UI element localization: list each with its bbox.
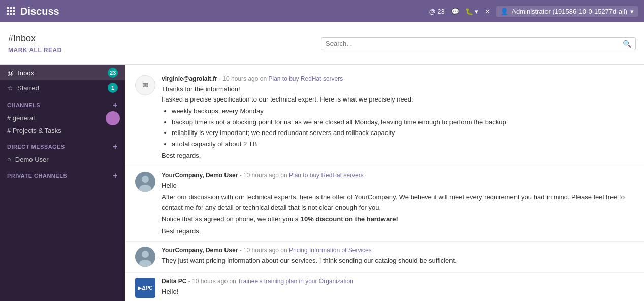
general-channel-label: # general [7,114,118,122]
svg-rect-4 [10,10,12,12]
star-icon: ☆ [7,84,13,92]
demo-user-label: Demo User [15,156,118,163]
dm-user-icon: ○ [7,156,11,163]
sidebar: @ Inbox 23 ☆ Starred 1 CHANNELS + # gene… [0,65,125,301]
message-body-1: virginie@agrolait.fr - 10 hours ago on P… [162,75,634,161]
projects-tasks-label: # Projects & Tasks [7,127,118,135]
close-icon[interactable]: ✕ [485,8,490,15]
search-bar: 🔍 [321,37,636,50]
channel-link-4[interactable]: Trainee's training plan in your Organiza… [238,278,353,285]
svg-rect-8 [13,13,15,15]
content-area: ✉ virginie@agrolait.fr - 10 hours ago on… [125,65,644,301]
main-layout: @ Inbox 23 ☆ Starred 1 CHANNELS + # gene… [0,65,644,301]
message-meta-3: YourCompany, Demo User - 10 hours ago on… [162,247,634,254]
sidebar-item-general[interactable]: # general [0,112,125,124]
inbox-header: #Inbox MARK ALL READ 🔍 [0,22,644,65]
sidebar-item-inbox[interactable]: @ Inbox 23 [0,65,125,80]
avatar-msg3 [135,247,155,267]
message-item: ✉ virginie@agrolait.fr - 10 hours ago on… [125,70,644,166]
direct-messages-header: DIRECT MESSAGES + [0,137,125,153]
svg-rect-0 [7,7,9,9]
avatar-msg1: ✉ [135,75,155,95]
time-2: - 10 hours ago on [240,172,289,179]
message-meta-4: Delta PC - 10 hours ago on Trainee's tra… [162,278,634,285]
inbox-icon: @ [7,69,14,77]
app-title: Discuss [20,6,429,17]
svg-rect-7 [10,13,12,15]
svg-rect-3 [7,10,9,12]
message-text-4: Hello! I am Leland Martinez, from the De… [162,287,634,301]
sidebar-item-demo-user[interactable]: ○ Demo User [0,153,125,166]
avatar-msg2 [135,172,155,192]
message-body-2: YourCompany, Demo User - 10 hours ago on… [162,172,634,237]
svg-rect-2 [13,7,15,9]
svg-rect-5 [13,10,15,12]
time-1: - 10 hours ago on [219,75,268,82]
message-text-2: Hello After our discussion with our tech… [162,181,634,237]
user-menu[interactable]: 👤 Administrator (191586-10-0-15277d-all)… [496,6,638,17]
search-input[interactable] [326,40,623,47]
sidebar-item-starred[interactable]: ☆ Starred 1 [0,80,125,95]
message-text-1: Thanks for the information! I asked a pr… [162,84,634,161]
svg-point-10 [142,176,149,183]
topbar-icons: @ 23 💬 🐛 ▾ ✕ 👤 Administrator (191586-10-… [429,6,638,17]
channel-avatar-general [106,111,120,125]
svg-point-13 [142,251,149,258]
message-body-3: YourCompany, Demo User - 10 hours ago on… [162,247,634,266]
time-3: - 10 hours ago on [240,247,289,254]
person-avatar-svg [135,172,155,192]
message-item: YourCompany, Demo User - 10 hours ago on… [125,166,644,242]
svg-rect-1 [10,7,12,9]
envelope-icon: ✉ [142,81,148,89]
channel-link-2[interactable]: Plan to buy RedHat servers [289,172,364,179]
message-body-4: Delta PC - 10 hours ago on Trainee's tra… [162,278,634,301]
channels-header: CHANNELS + [0,95,125,112]
sidebar-inbox-label: Inbox [18,69,108,77]
message-text-3: They just want pricing information about… [162,256,634,266]
person-avatar-svg-2 [135,247,155,267]
sender-4: Delta PC [162,278,186,285]
message-item: YourCompany, Demo User - 10 hours ago on… [125,242,644,273]
bug-icon[interactable]: 🐛 ▾ [465,8,479,15]
time-4: - 10 hours ago on [188,278,238,285]
svg-rect-6 [7,13,9,15]
sender-2: YourCompany, Demo User [162,172,238,179]
topbar: Discuss @ 23 💬 🐛 ▾ ✕ 👤 Administrator (19… [0,0,644,22]
sender-3: YourCompany, Demo User [162,247,238,254]
grid-icon[interactable] [6,6,15,17]
sender-1: virginie@agrolait.fr [162,75,217,82]
sidebar-item-projects-tasks[interactable]: # Projects & Tasks [0,124,125,137]
avatar-msg4: ▶ΔPC [135,278,155,298]
search-icon[interactable]: 🔍 [623,40,631,48]
add-dm-button[interactable]: + [113,142,118,151]
mention-count[interactable]: @ 23 [429,8,444,15]
message-item: ▶ΔPC Delta PC - 10 hours ago on Trainee'… [125,273,644,301]
message-meta-2: YourCompany, Demo User - 10 hours ago on… [162,172,634,179]
delta-pc-icon: ▶ΔPC [138,285,152,291]
add-private-channel-button[interactable]: + [113,171,118,180]
channel-link-1[interactable]: Plan to buy RedHat servers [268,75,343,82]
chat-icon[interactable]: 💬 [451,8,459,15]
private-channels-header: PRIVATE CHANNELS + [0,166,125,182]
inbox-badge: 23 [108,68,118,78]
user-avatar-icon: 👤 [500,8,508,15]
starred-badge: 1 [108,83,118,93]
dropdown-icon: ▾ [630,8,634,15]
add-channel-button[interactable]: + [113,101,118,110]
message-meta-1: virginie@agrolait.fr - 10 hours ago on P… [162,75,634,82]
sidebar-starred-label: Starred [17,84,108,92]
user-label: Administrator (191586-10-0-15277d-all) [511,8,627,15]
channel-link-3[interactable]: Pricing Information of Services [289,247,372,254]
